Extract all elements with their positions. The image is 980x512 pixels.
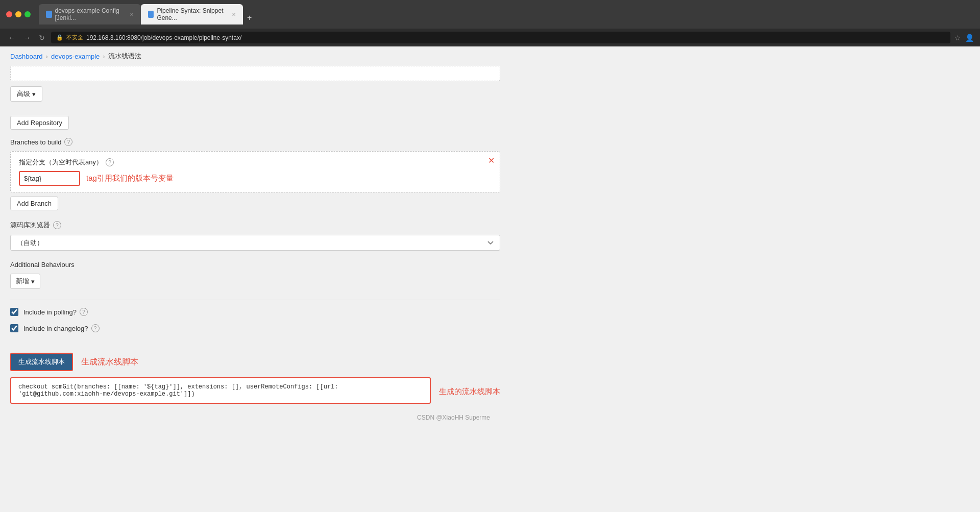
source-browser-label-row: 源码库浏览器 ? [10, 221, 500, 230]
generate-comment: 生成流水线脚本 [81, 357, 138, 368]
main-content: 高级 ▾ Add Repository Branches to build ? … [0, 66, 510, 446]
include-changelog-checkbox[interactable] [10, 324, 18, 332]
browser-chrome: devops-example Config [Jenki... ✕ Pipeli… [0, 0, 980, 46]
add-branch-button[interactable]: Add Branch [10, 197, 58, 210]
address-text: 192.168.3.160:8080/job/devops-example/pi… [86, 34, 241, 41]
advanced-chevron-icon: ▾ [32, 90, 36, 98]
browser-titlebar: devops-example Config [Jenki... ✕ Pipeli… [0, 0, 980, 29]
divider-1 [10, 299, 500, 300]
back-btn[interactable]: ← [6, 33, 17, 43]
reload-btn[interactable]: ↻ [37, 33, 47, 43]
top-dashed-area [10, 66, 500, 81]
branches-label: Branches to build [10, 138, 61, 146]
add-behaviour-label: 新增 [16, 277, 29, 286]
browser-actions: ☆ 👤 [954, 34, 974, 42]
include-polling-help-icon[interactable]: ? [80, 308, 88, 316]
include-changelog-label-row: Include in changelog? ? [23, 324, 100, 332]
branch-close-button[interactable]: ✕ [488, 156, 495, 165]
branch-comment: tag引用我们的版本号变量 [86, 174, 174, 183]
address-box[interactable]: 🔒 不安全 192.168.3.160:8080/job/devops-exam… [51, 32, 950, 43]
add-repository-button[interactable]: Add Repository [10, 116, 69, 130]
tab1-label: devops-example Config [Jenki... [55, 7, 127, 21]
add-branch-area: Add Branch [10, 197, 500, 210]
add-behaviour-button[interactable]: 新增 ▾ [10, 274, 40, 289]
source-browser-select[interactable]: （自动） [10, 235, 500, 251]
breadcrumb-sep-2: › [103, 53, 105, 60]
source-browser-label: 源码库浏览器 [10, 221, 50, 230]
browser-tabs: devops-example Config [Jenki... ✕ Pipeli… [39, 4, 974, 25]
branch-input-row: tag引用我们的版本号变量 [19, 171, 492, 186]
browser-addressbar: ← → ↻ 🔒 不安全 192.168.3.160:8080/job/devop… [0, 29, 980, 46]
branch-item-label: 指定分支（为空时代表any） [19, 158, 103, 167]
breadcrumb: Dashboard › devops-example › 流水线语法 [0, 46, 980, 66]
watermark: CSDN @XiaoHH Superme [10, 410, 500, 425]
branch-item-label-row: 指定分支（为空时代表any） ? [19, 158, 492, 167]
branch-item: 指定分支（为空时代表any） ? ✕ tag引用我们的版本号变量 [10, 151, 500, 192]
add-repository-label: Add Repository [17, 119, 62, 127]
advanced-section: 高级 ▾ [10, 66, 500, 110]
add-behaviour-arrow-icon: ▾ [31, 278, 35, 285]
profile-icon[interactable]: 👤 [965, 34, 974, 42]
tab-2[interactable]: Pipeline Syntax: Snippet Gene... ✕ [141, 4, 243, 25]
branch-item-help-icon[interactable]: ? [106, 158, 114, 166]
branch-input[interactable] [19, 171, 80, 186]
tab2-label: Pipeline Syntax: Snippet Gene... [157, 7, 229, 21]
lock-icon: 🔒 [56, 34, 63, 41]
generate-script-label: 生成流水线脚本 [18, 358, 65, 365]
close-dot[interactable] [6, 11, 12, 17]
additional-behaviours-label: Additional Behaviours [10, 261, 500, 269]
generate-section: 生成流水线脚本 生成流水线脚本 [10, 353, 500, 371]
browser-dots [6, 11, 31, 17]
lock-label: 不安全 [66, 34, 83, 41]
bookmark-icon[interactable]: ☆ [954, 34, 961, 42]
forward-btn[interactable]: → [21, 33, 33, 43]
source-browser-help-icon[interactable]: ? [53, 221, 61, 229]
advanced-label: 高级 [17, 89, 30, 99]
include-polling-label: Include in polling? [23, 308, 77, 316]
source-browser-section: 源码库浏览器 ? （自动） [10, 221, 500, 251]
breadcrumb-devops[interactable]: devops-example [51, 53, 100, 60]
breadcrumb-current: 流水线语法 [108, 52, 141, 61]
branches-label-row: Branches to build ? [10, 138, 500, 146]
include-changelog-help-icon[interactable]: ? [91, 324, 100, 332]
code-comment: 生成的流水线脚本 [439, 387, 500, 397]
add-repository-area: Add Repository [10, 116, 500, 130]
include-changelog-row: Include in changelog? ? [10, 320, 500, 336]
additional-behaviours-section: Additional Behaviours 新增 ▾ [10, 261, 500, 289]
code-output-row: checkout scmGit(branches: [[name: '${tag… [10, 377, 500, 406]
tab1-favicon [46, 11, 52, 18]
page-wrapper: Dashboard › devops-example › 流水线语法 高级 ▾ … [0, 46, 980, 512]
include-polling-checkbox[interactable] [10, 308, 18, 316]
add-branch-label: Add Branch [17, 200, 52, 207]
new-tab-btn[interactable]: + [245, 11, 254, 25]
breadcrumb-sep-1: › [46, 53, 48, 60]
include-changelog-label: Include in changelog? [23, 325, 88, 332]
advanced-button[interactable]: 高级 ▾ [10, 86, 42, 102]
tab1-close[interactable]: ✕ [130, 12, 134, 17]
maximize-dot[interactable] [24, 11, 31, 17]
breadcrumb-dashboard[interactable]: Dashboard [10, 53, 43, 60]
source-browser-select-wrapper: （自动） [10, 235, 500, 251]
tab-1[interactable]: devops-example Config [Jenki... ✕ [39, 4, 141, 25]
code-output: checkout scmGit(branches: [[name: '${tag… [10, 377, 431, 404]
include-polling-label-row: Include in polling? ? [23, 308, 88, 316]
generate-script-button[interactable]: 生成流水线脚本 [10, 353, 73, 371]
minimize-dot[interactable] [15, 11, 21, 17]
include-polling-row: Include in polling? ? [10, 304, 500, 320]
additional-behaviours-text: Additional Behaviours [10, 261, 75, 269]
tab2-close[interactable]: ✕ [232, 12, 236, 17]
branches-help-icon[interactable]: ? [64, 138, 72, 146]
tab2-favicon [148, 11, 154, 18]
